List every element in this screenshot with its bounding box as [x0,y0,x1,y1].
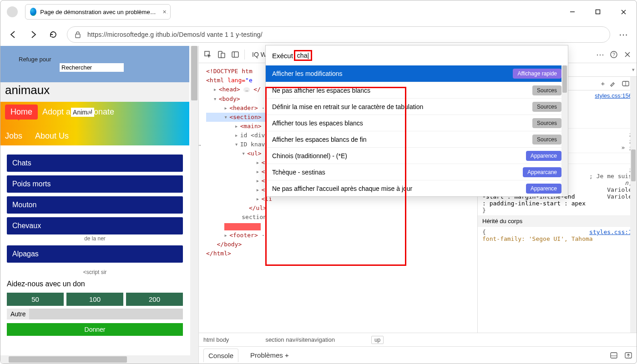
profile-avatar[interactable] [7,6,18,17]
palette-item-badge: Sources [532,135,561,145]
donation-amount-button[interactable]: 50 [7,293,64,306]
page-nav: Home Adopt a AnimalDonate Jobs About Us [0,102,189,145]
url-text: https://microsoftedge.g ithub.io/Demos/d… [87,31,263,38]
donation-amount-button[interactable]: 200 [126,293,183,306]
forward-button[interactable] [27,28,40,41]
list-item[interactable]: Mouton [7,196,183,214]
styles-scrollbar[interactable] [630,77,637,333]
devtools-drawer: Console Problèmes + [199,346,637,364]
address-bar[interactable]: https://microsoftedge.g ithub.io/Demos/d… [67,26,610,43]
dom-selection-marker [224,223,261,230]
edge-icon [30,8,36,16]
donation-other-input[interactable] [29,309,183,319]
vertical-scrollbar[interactable] [190,46,198,364]
palette-prefix: Exécut [272,52,293,60]
palette-item[interactable]: Ne pas afficher les espaces blancsSource… [266,82,568,98]
palette-item[interactable]: Chinois (traditionnel) - (*E)Apparence [266,147,568,164]
animal-list: Chats Poids morts Mouton Chevaux de la n… [0,145,189,266]
palette-item-label: Afficher les modifications [272,70,343,77]
page-heading: animaux [5,83,185,97]
help-icon[interactable]: ? [607,48,620,61]
brush-icon[interactable] [609,80,622,87]
palette-item-label: Afficher les espaces blancs de fin [272,136,367,143]
rendered-page: Refuge pour Rechercher animaux Home Adop… [0,46,198,364]
refresh-button[interactable] [47,28,60,41]
palette-item[interactable]: Afficher tous les espaces blancsSources [266,115,568,131]
drawer-expand-icon[interactable] [625,352,632,359]
minimize-icon[interactable] [566,5,579,19]
svg-rect-1 [596,10,600,14]
back-button[interactable] [7,28,20,41]
palette-item[interactable]: Définir la mise en retrait sur le caract… [266,98,568,115]
palette-item-badge: Appearcane [523,167,561,177]
nav-jobs[interactable]: Jobs [5,129,30,141]
close-tab-icon[interactable]: × [161,8,167,15]
nav-about[interactable]: About Us [35,129,69,141]
palette-typed-text: cha| [294,50,312,61]
palette-item[interactable]: Afficher les espaces blancs de finSource… [266,131,568,147]
dom-breadcrumb[interactable]: html body section nav#sitenavigation up [199,333,637,346]
donation-amount-button[interactable]: 100 [66,293,123,306]
palette-item[interactable]: Afficher les modificationsAffichage rapi… [266,65,568,82]
donate-button[interactable]: Donner [7,323,183,336]
horizontal-scrollbar[interactable] [0,355,190,364]
donation-heading: Aidez-nous avec un don [7,280,183,288]
svg-rect-8 [232,52,238,57]
styles-source-link[interactable]: styles.css:156 [595,92,632,99]
nav-home[interactable]: Home [5,105,38,120]
search-label[interactable]: Rechercher [60,63,124,72]
palette-item-label: Tchèque - sestinas [272,169,325,176]
truncated-script-text: <script sir [0,269,189,275]
browser-toolbar: https://microsoftedge.g ithub.io/Demos/d… [0,23,637,46]
close-devtools-icon[interactable] [621,48,634,61]
palette-scrollbar[interactable] [561,65,568,196]
nav-adopt[interactable]: Adopt a AnimalDonate [42,105,114,120]
panel-toggle-icon[interactable] [229,48,242,61]
palette-item-label: Chinois (traditionnel) - (*E) [272,152,347,160]
donation-section: Aidez-nous avec un don 50 100 200 Autre … [0,280,189,340]
palette-item-badge: Sources [532,85,561,95]
devtools-menu-icon[interactable]: ⋯ [594,48,607,61]
palette-item-label: Ne pas afficher les espaces blancs [272,87,370,94]
close-window-icon[interactable] [617,5,630,19]
device-toggle-icon[interactable] [215,48,228,61]
palette-item-label: Afficher tous les espaces blancs [272,120,363,127]
svg-rect-7 [221,53,225,58]
palette-item-badge: Apparence [526,151,561,161]
palette-search-row[interactable]: Exécutcha| [266,45,568,65]
drawer-tab-problems[interactable]: Problèmes + [246,349,293,362]
new-style-rule-icon[interactable]: + [597,80,609,87]
window-titlebar: Page de démonstration avec un problème d… [0,0,637,23]
palette-item-badge: Sources [532,102,561,112]
list-item[interactable]: Alpagas [7,245,183,263]
donation-other-label: Autre [7,309,29,319]
svg-text:?: ? [612,52,615,57]
palette-item-badge: Sources [532,118,561,128]
list-item[interactable]: Chats [7,155,183,172]
palette-item[interactable]: Ne pas afficher l'accueil après chaque m… [266,180,568,196]
inspect-element-icon[interactable] [202,48,214,61]
list-item[interactable]: Poids morts [7,175,183,193]
truncated-text: de la ner [7,235,183,242]
page-hero: Refuge pour Rechercher [0,46,189,82]
svg-rect-4 [76,34,80,38]
svg-rect-29 [611,353,617,358]
tab-title: Page de démonstration avec un problème d… [40,9,157,15]
command-palette[interactable]: Exécutcha| Afficher les modificationsAff… [265,45,568,197]
css-rule-text: font-family: 'Segoe UI', Tahoma [482,235,632,242]
palette-item-badge: Apparence [526,184,561,194]
styles-source-link[interactable]: styles.css:1 [589,229,632,235]
list-item[interactable]: Chevaux [7,217,183,234]
inherited-from-label: Hérité du corps [478,215,637,227]
dom-row-actions-icon[interactable]: ⋯ [199,141,201,149]
browser-menu-icon[interactable]: ⋯ [617,28,630,41]
lock-icon [75,31,81,38]
drawer-dock-icon[interactable] [610,352,617,359]
palette-item-label: Ne pas afficher l'accueil après chaque m… [272,185,412,192]
browser-tab[interactable]: Page de démonstration avec un problème d… [25,4,171,20]
palette-item[interactable]: Tchèque - sestinasAppearcane [266,164,568,180]
maximize-icon[interactable] [591,5,605,19]
breadcrumb-up-button[interactable]: up [371,336,384,344]
drawer-tab-console[interactable]: Console [203,349,238,362]
palette-item-label: Définir la mise en retrait sur le caract… [272,103,423,110]
